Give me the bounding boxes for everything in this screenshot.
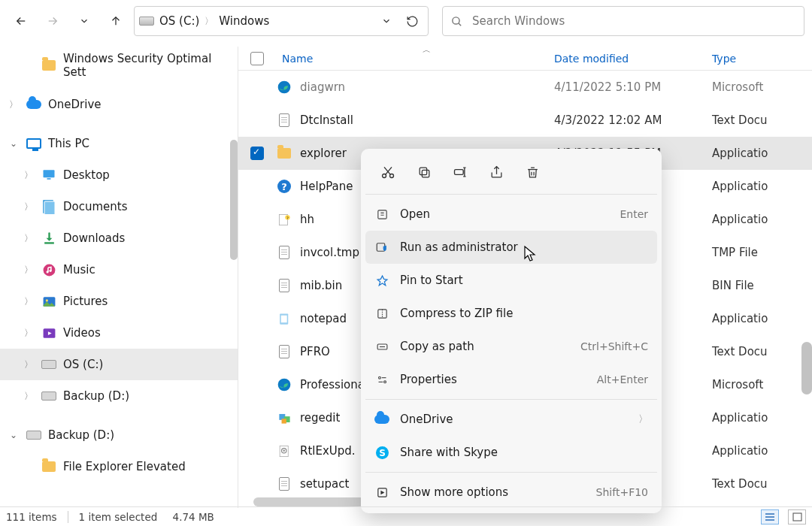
svg-rect-5 — [44, 242, 54, 243]
column-type[interactable]: Type — [712, 53, 812, 65]
sidebar-scrollbar[interactable] — [230, 140, 238, 260]
svg-rect-41 — [793, 513, 801, 521]
status-selection: 1 item selected — [79, 511, 158, 523]
sidebar-item-label: File Explorer Elevated — [63, 460, 186, 473]
svg-point-8 — [49, 269, 51, 271]
file-icon: ? — [276, 178, 292, 195]
ctx-compress-to-zip-file[interactable]: Compress to ZIP file — [365, 297, 657, 330]
up-button[interactable] — [102, 8, 129, 35]
sidebar-item-label: OneDrive — [48, 98, 102, 111]
file-icon — [276, 310, 292, 327]
more-icon — [374, 485, 389, 500]
onedrive-icon — [374, 412, 389, 427]
sidebar-pinned-item[interactable]: Windows Security Optimal Sett — [0, 50, 238, 81]
cloud-icon — [26, 97, 41, 112]
svg-rect-4 — [44, 201, 55, 214]
search-input[interactable] — [471, 14, 796, 29]
breadcrumb-folder[interactable]: Windows — [217, 11, 271, 31]
ctx-pin-to-start[interactable]: Pin to Start — [365, 264, 657, 297]
sidebar-backup-drive[interactable]: ⌄ Backup (D:) — [0, 419, 238, 451]
view-thumbnails-button[interactable] — [788, 509, 806, 524]
file-icon — [276, 410, 292, 426]
file-icon — [276, 145, 292, 162]
file-icon — [276, 376, 292, 393]
search-icon — [450, 15, 463, 28]
share-button[interactable] — [480, 157, 513, 187]
forward-button[interactable] — [39, 8, 66, 35]
chevron-right-icon: 〉 — [638, 413, 648, 426]
cut-button[interactable] — [371, 157, 404, 187]
downloads-icon — [41, 231, 56, 246]
svg-point-26 — [283, 449, 284, 451]
address-bar[interactable]: OS (C:) 〉 Windows — [134, 6, 429, 36]
file-icon — [276, 343, 292, 360]
documents-icon — [41, 199, 56, 214]
admin-icon — [374, 240, 389, 255]
rename-button[interactable] — [444, 157, 477, 187]
svg-rect-30 — [420, 168, 427, 175]
sidebar-item-music[interactable]: 〉Music — [0, 254, 238, 286]
ctx-properties[interactable]: PropertiesAlt+Enter — [365, 363, 657, 396]
file-icon — [276, 277, 292, 294]
svg-point-28 — [390, 174, 394, 178]
sidebar-thispc[interactable]: ⌄ This PC — [0, 128, 238, 159]
props-icon — [374, 372, 389, 387]
svg-rect-31 — [455, 170, 464, 175]
ctx-onedrive[interactable]: OneDrive〉 — [365, 403, 657, 436]
disk-icon — [41, 388, 56, 404]
ctx-run-as-administrator[interactable]: Run as administrator — [365, 231, 657, 264]
monitor-icon — [26, 136, 41, 151]
file-icon — [276, 112, 292, 128]
refresh-button[interactable] — [401, 10, 423, 32]
disk-icon — [26, 428, 41, 443]
back-button[interactable] — [8, 8, 35, 35]
sidebar-item-desktop[interactable]: 〉Desktop — [0, 159, 238, 191]
status-count: 111 items — [6, 511, 57, 523]
sidebar-backup-child[interactable]: File Explorer Elevated — [0, 451, 238, 482]
svg-text:S: S — [379, 448, 386, 458]
svg-rect-29 — [422, 170, 429, 177]
ctx-show-more[interactable]: Show more options Shift+F10 — [365, 476, 657, 509]
file-icon — [276, 476, 292, 492]
videos-icon — [41, 325, 56, 340]
recent-dropdown[interactable] — [71, 8, 98, 35]
svg-point-6 — [43, 264, 55, 276]
svg-point-12 — [278, 81, 291, 94]
view-details-button[interactable] — [761, 509, 779, 524]
sidebar-item-pictures[interactable]: 〉Pictures — [0, 286, 238, 317]
search-box[interactable] — [442, 6, 804, 36]
copy-button[interactable] — [408, 157, 441, 187]
sidebar-item-videos[interactable]: 〉Videos — [0, 317, 238, 349]
sidebar-item-label: This PC — [48, 137, 89, 150]
select-all-checkbox[interactable] — [250, 52, 264, 65]
file-row[interactable]: DtcInstall4/3/2022 12:02 AMText Docu — [238, 104, 812, 137]
sidebar-item-downloads[interactable]: 〉Downloads — [0, 222, 238, 254]
ctx-share-with-skype[interactable]: SShare with Skype — [365, 436, 657, 469]
svg-text:?: ? — [281, 181, 287, 192]
delete-button[interactable] — [516, 157, 549, 187]
svg-point-37 — [383, 380, 386, 382]
ctx-open[interactable]: OpenEnter — [365, 198, 657, 231]
folder-icon — [41, 459, 56, 474]
status-size: 4.74 MB — [173, 511, 214, 523]
svg-rect-23 — [281, 419, 286, 423]
file-icon — [276, 443, 292, 459]
sidebar-item-os-c-[interactable]: 〉OS (C:) — [0, 349, 238, 380]
sidebar-onedrive[interactable]: 〉 OneDrive — [0, 89, 238, 120]
open-icon — [374, 207, 389, 222]
sidebar-item-label: Backup (D:) — [48, 428, 114, 442]
file-row[interactable]: diagwrn4/11/2022 5:10 PMMicrosoft — [238, 71, 812, 104]
sidebar-item-backup-d-[interactable]: 〉Backup (D:) — [0, 380, 238, 412]
column-date[interactable]: Date modified — [554, 53, 712, 65]
ctx-copy-as-path[interactable]: Copy as pathCtrl+Shift+C — [365, 330, 657, 363]
music-icon — [41, 262, 56, 277]
breadcrumb-drive[interactable]: OS (C:) — [157, 11, 201, 31]
chevron-separator-icon: 〉 — [205, 15, 214, 28]
column-name[interactable]: Name — [276, 53, 554, 65]
file-icon — [276, 79, 292, 95]
vertical-scrollbar[interactable] — [801, 342, 812, 394]
row-checkbox[interactable] — [250, 147, 264, 160]
sidebar-item-label: Windows Security Optimal Sett — [63, 52, 238, 79]
sidebar-item-documents[interactable]: 〉Documents — [0, 191, 238, 222]
address-dropdown[interactable] — [375, 10, 398, 32]
